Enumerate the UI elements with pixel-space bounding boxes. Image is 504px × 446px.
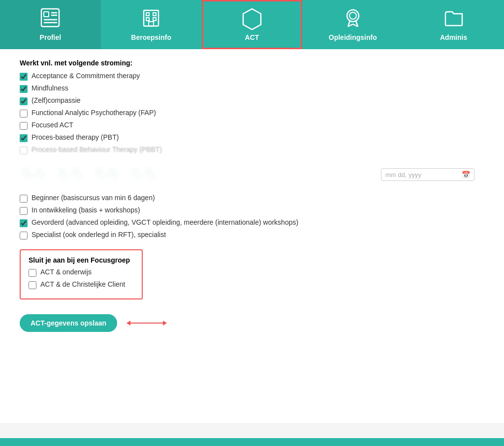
checkbox-ontwikkeling[interactable]: In ontwikkeling (basis + workshops) [20,206,484,215]
footer-bar [0,438,504,446]
svg-rect-10 [153,18,156,21]
checkbox-mindfulness[interactable]: Mindfulness [20,84,484,93]
award-icon [343,8,363,30]
checkbox-acceptance-label: Acceptance & Commitment therapy [32,72,140,80]
arrow-head-left [126,321,130,326]
nav-label-adminis: Adminis [440,33,467,41]
checkbox-beginner[interactable]: Beginner (basiscursus van min 6 dagen) [20,194,484,203]
nav-label-opleidingsinfo: Opleidingsinfo [329,33,377,41]
focusgroep-title: Sluit je aan bij een Focusgroep [29,256,134,264]
save-button[interactable]: ACT-gegevens opslaan [20,314,117,332]
checkbox-gevorderd-input[interactable] [20,219,28,227]
svg-marker-13 [243,9,261,30]
main-navigation: Profiel Beroepsinfo ACT [0,0,504,49]
svg-rect-9 [146,18,149,21]
checkbox-acceptance-input[interactable] [20,73,28,81]
stroming-checkboxes: Acceptance & Commitment therapy Mindfuln… [20,72,484,154]
checkbox-mindfulness-label: Mindfulness [32,84,68,92]
checkbox-pbt[interactable]: Proces-based therapy (PBT) [20,133,484,142]
checkbox-zelfcompassie-input[interactable] [20,97,28,105]
arrow-line [127,323,166,324]
checkbox-act-onderwijs-label: ACT & onderwijs [40,268,92,276]
hexagon-icon [242,8,262,30]
stroming-section: Werkt vnl. met volgende stroming: Accept… [20,59,484,154]
svg-point-14 [347,10,359,22]
stroming-title: Werkt vnl. met volgende stroming: [20,59,484,67]
svg-rect-7 [146,13,149,16]
checkbox-focused-act-input[interactable] [20,122,28,130]
svg-point-15 [349,12,356,19]
building-icon [141,8,161,30]
folder-icon [444,8,464,30]
checkbox-specialist[interactable]: Specialist (ook onderlegd in RFT), speci… [20,231,484,239]
nav-label-beroepsinfo: Beroepsinfo [131,33,171,41]
checkbox-pbbt-input[interactable] [20,147,28,154]
checkbox-specialist-input[interactable] [20,232,28,239]
nav-item-act[interactable]: ACT [202,0,303,49]
checkbox-act-onderwijs[interactable]: ACT & onderwijs [29,268,134,277]
nav-item-adminis[interactable]: Adminis [403,0,504,49]
checkbox-gevorderd-label: Gevorderd (advanced opleiding, VGCT ople… [32,218,298,226]
svg-rect-12 [149,22,154,26]
checkbox-beginner-label: Beginner (basiscursus van min 6 dagen) [32,194,155,202]
checkbox-act-christelijk[interactable]: ACT & de Christelijke Client [29,280,134,289]
checkbox-pbt-input[interactable] [20,134,28,142]
checkbox-acceptance[interactable]: Acceptance & Commitment therapy [20,72,484,81]
blurred-section: ろろ ろろ ろろ ろろ mm dd, yyyy 📅 [20,159,484,189]
save-button-row: ACT-gegevens opslaan [20,314,484,332]
checkbox-mindfulness-input[interactable] [20,85,28,93]
checkbox-beginner-input[interactable] [20,195,28,203]
checkbox-zelfcompassie-label: (Zelf)compassie [32,96,81,104]
checkbox-fap[interactable]: Functional Analytic Psychotherapy (FAP) [20,109,484,118]
niveau-section: Beginner (basiscursus van min 6 dagen) I… [20,194,484,239]
focusgroep-box: Sluit je aan bij een Focusgroep ACT & on… [20,249,143,299]
calendar-icon: 📅 [462,171,470,178]
checkbox-focused-act-label: Focused ACT [32,121,73,129]
checkbox-act-christelijk-input[interactable] [29,281,36,289]
nav-item-opleidingsinfo[interactable]: Opleidingsinfo [302,0,403,49]
main-content: Werkt vnl. met volgende stroming: Accept… [0,49,504,423]
arrow-indicator [127,323,166,324]
svg-rect-1 [44,12,49,17]
checkbox-act-onderwijs-input[interactable] [29,269,36,277]
checkbox-zelfcompassie[interactable]: (Zelf)compassie [20,96,484,105]
profile-icon [40,8,60,30]
checkbox-specialist-label: Specialist (ook onderlegd in RFT), speci… [32,231,166,238]
nav-label-profiel: Profiel [40,33,62,41]
niveau-checkboxes: Beginner (basiscursus van min 6 dagen) I… [20,194,484,239]
checkbox-pbt-label: Proces-based therapy (PBT) [32,133,119,141]
nav-item-profiel[interactable]: Profiel [0,0,101,49]
svg-rect-8 [153,13,156,16]
checkbox-pbbt-label: Process-based Behaviour Therapy (PBBT) [32,146,162,153]
nav-item-beroepsinfo[interactable]: Beroepsinfo [101,0,202,49]
checkbox-pbbt[interactable]: Process-based Behaviour Therapy (PBBT) [20,146,484,154]
checkbox-gevorderd[interactable]: Gevorderd (advanced opleiding, VGCT ople… [20,218,484,227]
checkbox-act-christelijk-label: ACT & de Christelijke Client [40,280,125,288]
checkbox-ontwikkeling-label: In ontwikkeling (basis + workshops) [32,206,140,214]
nav-label-act: ACT [245,33,259,41]
checkbox-focused-act[interactable]: Focused ACT [20,121,484,130]
checkbox-fap-label: Functional Analytic Psychotherapy (FAP) [32,109,156,117]
date-placeholder: mm dd, yyyy [385,171,462,178]
checkbox-fap-input[interactable] [20,110,28,118]
checkbox-ontwikkeling-input[interactable] [20,207,28,215]
